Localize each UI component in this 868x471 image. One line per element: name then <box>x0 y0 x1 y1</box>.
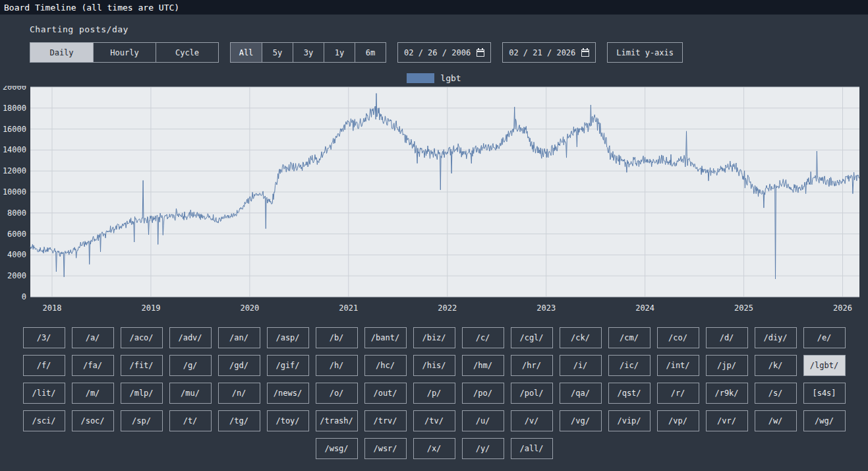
y-axis-label: 18000 <box>3 104 26 113</box>
board-button-an[interactable]: /an/ <box>218 327 260 348</box>
board-button-wg[interactable]: /wg/ <box>803 410 846 431</box>
board-button-h[interactable]: /h/ <box>316 355 358 376</box>
board-button-sp[interactable]: /sp/ <box>121 410 163 431</box>
mode-button-hourly[interactable]: Hourly <box>93 43 156 62</box>
board-button-mlp[interactable]: /mlp/ <box>121 383 163 404</box>
board-button-vip[interactable]: /vip/ <box>608 410 651 431</box>
x-axis-label: 2022 <box>438 303 457 313</box>
date-from-value: 02 / 26 / 2006 <box>404 48 471 57</box>
board-button-gif[interactable]: /gif/ <box>267 355 309 376</box>
limit-y-axis-button[interactable]: Limit y-axis <box>607 42 683 63</box>
board-button-r9k[interactable]: /r9k/ <box>706 383 748 404</box>
board-button-b[interactable]: /b/ <box>316 327 358 348</box>
board-button-3[interactable]: /3/ <box>23 327 65 348</box>
board-button-trash[interactable]: /trash/ <box>316 410 358 431</box>
board-button-lgbt[interactable]: /lgbt/ <box>803 355 846 376</box>
board-button-ic[interactable]: /ic/ <box>608 355 651 376</box>
date-to-input[interactable]: 02 / 21 / 2026 <box>502 42 596 63</box>
board-button-hc[interactable]: /hc/ <box>364 355 407 376</box>
board-button-qst[interactable]: /qst/ <box>608 383 651 404</box>
board-button-s[interactable]: /s/ <box>755 383 797 404</box>
x-axis-label: 2020 <box>240 303 259 313</box>
board-button-fit[interactable]: /fit/ <box>121 355 163 376</box>
board-button-vg[interactable]: /vg/ <box>560 410 602 431</box>
app-title: Board Timeline (all times are UTC) <box>4 3 179 13</box>
range-button-1y[interactable]: 1y <box>324 43 355 62</box>
board-button-s4s[interactable]: [s4s] <box>803 383 846 404</box>
range-button-6m[interactable]: 6m <box>355 43 386 62</box>
board-button-soc[interactable]: /soc/ <box>72 410 114 431</box>
chart-canvas[interactable]: 0200040006000800010000120001400016000180… <box>1 86 862 314</box>
board-button-pol[interactable]: /pol/ <box>511 383 553 404</box>
board-button-d[interactable]: /d/ <box>706 327 748 348</box>
board-button-p[interactable]: /p/ <box>413 383 455 404</box>
board-button-u[interactable]: /u/ <box>462 410 504 431</box>
board-button-po[interactable]: /po/ <box>462 383 504 404</box>
y-axis-label: 0 <box>22 292 26 301</box>
board-button-v[interactable]: /v/ <box>511 410 553 431</box>
board-button-c[interactable]: /c/ <box>462 327 504 348</box>
calendar-icon <box>477 49 484 57</box>
section-title: Charting posts/day <box>30 24 868 34</box>
board-button-wsr[interactable]: /wsr/ <box>364 438 407 459</box>
board-button-out[interactable]: /out/ <box>364 383 407 404</box>
board-button-w[interactable]: /w/ <box>755 410 797 431</box>
board-button-toy[interactable]: /toy/ <box>267 410 309 431</box>
board-button-asp[interactable]: /asp/ <box>267 327 309 348</box>
legend-swatch <box>407 73 434 83</box>
board-button-adv[interactable]: /adv/ <box>169 327 212 348</box>
board-button-i[interactable]: /i/ <box>560 355 602 376</box>
timeline-chart[interactable]: 0200040006000800010000120001400016000180… <box>1 86 868 317</box>
board-button-o[interactable]: /o/ <box>316 383 358 404</box>
board-button-cgl[interactable]: /cgl/ <box>511 327 553 348</box>
board-button-gd[interactable]: /gd/ <box>218 355 260 376</box>
board-button-mu[interactable]: /mu/ <box>169 383 212 404</box>
board-button-e[interactable]: /e/ <box>803 327 846 348</box>
controls-row: DailyHourlyCycle All5y3y1y6m 02 / 26 / 2… <box>30 42 868 63</box>
range-button-3y[interactable]: 3y <box>293 43 324 62</box>
board-button-diy[interactable]: /diy/ <box>755 327 797 348</box>
board-button-y[interactable]: /y/ <box>462 438 504 459</box>
board-button-trv[interactable]: /trv/ <box>364 410 407 431</box>
board-button-x[interactable]: /x/ <box>413 438 455 459</box>
board-button-vp[interactable]: /vp/ <box>657 410 699 431</box>
board-button-a[interactable]: /a/ <box>72 327 114 348</box>
board-button-all[interactable]: /all/ <box>511 438 553 459</box>
board-button-int[interactable]: /int/ <box>657 355 699 376</box>
board-button-ck[interactable]: /ck/ <box>560 327 602 348</box>
board-button-sci[interactable]: /sci/ <box>23 410 65 431</box>
board-button-biz[interactable]: /biz/ <box>413 327 455 348</box>
board-button-grid: /3//a//aco//adv//an//asp//b//bant//biz//… <box>22 327 846 459</box>
board-button-fa[interactable]: /fa/ <box>72 355 114 376</box>
range-button-5y[interactable]: 5y <box>262 43 293 62</box>
board-button-hm[interactable]: /hm/ <box>462 355 504 376</box>
board-button-news[interactable]: /news/ <box>267 383 309 404</box>
board-button-lit[interactable]: /lit/ <box>23 383 65 404</box>
board-button-his[interactable]: /his/ <box>413 355 455 376</box>
board-button-k[interactable]: /k/ <box>755 355 797 376</box>
board-button-m[interactable]: /m/ <box>72 383 114 404</box>
board-button-qa[interactable]: /qa/ <box>560 383 602 404</box>
mode-button-daily[interactable]: Daily <box>30 43 93 62</box>
board-button-jp[interactable]: /jp/ <box>706 355 748 376</box>
board-button-aco[interactable]: /aco/ <box>121 327 163 348</box>
board-button-vr[interactable]: /vr/ <box>706 410 748 431</box>
board-button-tv[interactable]: /tv/ <box>413 410 455 431</box>
range-button-all[interactable]: All <box>231 43 262 62</box>
board-button-f[interactable]: /f/ <box>23 355 65 376</box>
board-button-cm[interactable]: /cm/ <box>608 327 651 348</box>
board-button-hr[interactable]: /hr/ <box>511 355 553 376</box>
board-button-bant[interactable]: /bant/ <box>364 327 407 348</box>
x-axis-label: 2024 <box>635 303 654 313</box>
date-from-input[interactable]: 02 / 26 / 2006 <box>397 42 491 63</box>
board-button-t[interactable]: /t/ <box>169 410 212 431</box>
mode-button-cycle[interactable]: Cycle <box>156 43 218 62</box>
board-button-tg[interactable]: /tg/ <box>218 410 260 431</box>
y-axis-label: 8000 <box>7 208 26 218</box>
y-axis-label: 10000 <box>3 187 26 197</box>
board-button-co[interactable]: /co/ <box>657 327 699 348</box>
board-button-g[interactable]: /g/ <box>169 355 212 376</box>
board-button-wsg[interactable]: /wsg/ <box>316 438 358 459</box>
board-button-r[interactable]: /r/ <box>657 383 699 404</box>
board-button-n[interactable]: /n/ <box>218 383 260 404</box>
